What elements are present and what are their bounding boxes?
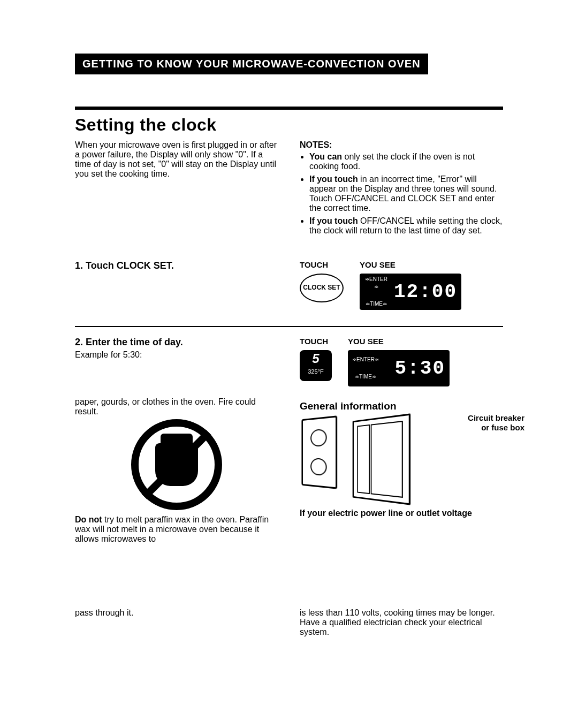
you-see-label: YOU SEE (360, 260, 461, 269)
fragment-text: pass through it. (75, 608, 278, 618)
step2-sub: Example for 5:30: (75, 350, 278, 360)
rule-thick (75, 107, 503, 110)
intro-text: When your microwave oven is first plugge… (75, 140, 278, 179)
touch-label: TOUCH (300, 337, 332, 346)
fragment-text: paper, gourds, or clothes in the oven. F… (75, 397, 278, 416)
display-digits: 12:00 (394, 281, 457, 303)
keypad-5-button: 5 325°F (300, 350, 332, 381)
display-digits: 5:30 (384, 358, 445, 380)
page-header: GETTING TO KNOW YOUR MICROWAVE-CONVECTIO… (75, 54, 428, 74)
circuit-label: Circuit breaker or fuse box (460, 413, 524, 433)
you-see-label: YOU SEE (348, 337, 450, 346)
step1-heading: 1. Touch CLOCK SET. (75, 260, 278, 271)
general-info-heading: General information (300, 400, 503, 412)
breaker-box-icon (353, 413, 410, 505)
notes-label: NOTES: (300, 140, 503, 150)
power-rest-text: is less than 110 volts, cooking times ma… (300, 608, 503, 637)
display-panel: ✲ENTER✲ ✲TIME✲ 5:30 (348, 350, 450, 386)
power-line-bold: If your electric power line or outlet vo… (300, 509, 503, 518)
step2-heading: 2. Enter the time of day. (75, 337, 278, 348)
notes-list: You can only set the clock if the oven i… (300, 152, 503, 236)
clock-set-button: CLOCK SET (300, 274, 344, 302)
paraffin-text: Do not try to melt paraffin wax in the o… (75, 515, 278, 544)
touch-label: TOUCH (300, 260, 344, 269)
note-item: You can only set the clock if the oven i… (309, 152, 503, 171)
display-panel: ✲ENTER✲ ✲TIME✲ 12:00 (360, 274, 461, 310)
outlet-icon (301, 415, 337, 489)
rule-thin (75, 326, 503, 327)
note-item: If you touch in an incorrect time, "Erro… (309, 175, 503, 213)
circuit-diagram: Circuit breaker or fuse box (300, 418, 503, 501)
note-item: If you touch OFF/CANCEL while setting th… (309, 216, 503, 236)
no-paraffin-icon (123, 422, 230, 507)
section-title: Setting the clock (75, 115, 503, 135)
